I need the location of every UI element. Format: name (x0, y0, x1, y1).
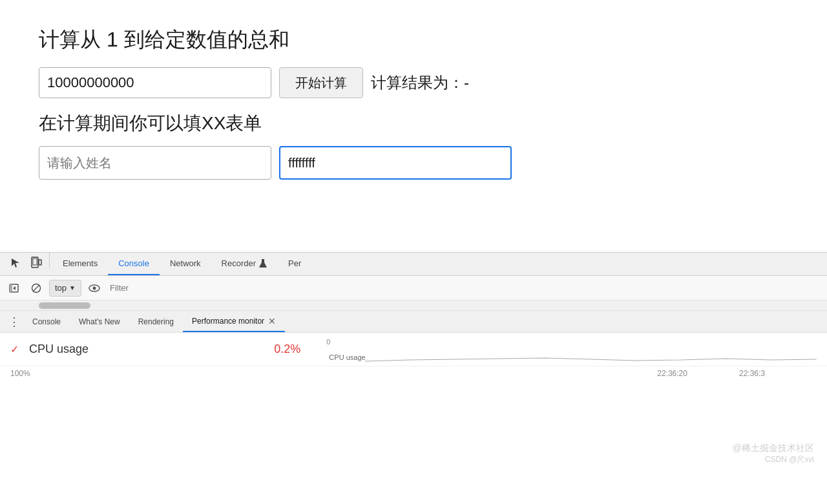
cpu-usage-value: 0.2% (274, 342, 300, 356)
more-tabs-button[interactable]: ⋮ (5, 313, 23, 331)
tab-elements[interactable]: Elements (52, 253, 108, 275)
tab-per[interactable]: Per (278, 253, 311, 275)
console-toolbar: top ▼ (0, 276, 827, 300)
performance-monitor-area: ✓ CPU usage 0.2% 0 CPU usage 100% 22:36:… (0, 333, 827, 504)
svg-rect-2 (39, 260, 41, 265)
back-icon[interactable] (5, 279, 23, 297)
tab-recorder[interactable]: Recorder (211, 253, 278, 275)
scrollbar-thumb[interactable] (39, 302, 90, 309)
watermark: @稀土掘金技术社区 CSDN @尺xvi (733, 443, 814, 465)
toolbar-divider (49, 253, 50, 268)
watermark-line1: @稀土掘金技术社区 (733, 443, 814, 454)
eye-icon[interactable] (85, 279, 103, 297)
watermark-line2: CSDN @尺xvi (733, 454, 814, 465)
bottom-tab-console[interactable]: Console (23, 311, 70, 332)
svg-line-6 (33, 285, 39, 291)
cpu-sublabel: 100% (10, 369, 657, 378)
tab-network[interactable]: Network (160, 253, 211, 275)
cpu-chart-inline: 0 CPU usage (326, 337, 817, 362)
bottom-tab-rendering[interactable]: Rendering (129, 311, 183, 332)
calc-button[interactable]: 开始计算 (279, 67, 363, 98)
cpu-chart-svg (365, 337, 817, 362)
devtools-tabs: Elements Console Network Recorder Per (0, 253, 827, 276)
svg-rect-1 (33, 258, 37, 265)
device-icon[interactable] (26, 253, 47, 273)
bottom-tab-whats-new[interactable]: What's New (70, 311, 129, 332)
filter-input[interactable] (107, 283, 822, 293)
devtools-panel: Elements Console Network Recorder Per (0, 252, 827, 504)
dropdown-arrow: ▼ (69, 284, 76, 291)
top-label: top (55, 283, 67, 293)
bottom-tab-performance-monitor[interactable]: Performance monitor ✕ (183, 311, 285, 332)
name-input[interactable] (39, 146, 271, 180)
top-selector[interactable]: top ▼ (49, 280, 81, 297)
main-content: 计算从 1 到给定数值的总和 开始计算 计算结果为：- 在计算期间你可以填XX表… (0, 0, 827, 199)
form-subtitle: 在计算期间你可以填XX表单 (39, 111, 788, 136)
timestamp-2: 22:36:3 (739, 369, 765, 378)
close-tab-icon[interactable]: ✕ (268, 316, 276, 326)
calc-input-row: 开始计算 计算结果为：- (39, 67, 788, 98)
timestamp-1: 22:36:20 (657, 369, 687, 378)
page-title: 计算从 1 到给定数值的总和 (39, 26, 788, 54)
cpu-usage-row: ✓ CPU usage 0.2% 0 CPU usage (0, 333, 827, 366)
timestamps: 22:36:20 22:36:3 (657, 369, 765, 378)
form-row (39, 146, 788, 180)
cpu-usage-label: CPU usage (29, 342, 274, 356)
no-icon[interactable] (27, 279, 45, 297)
cursor-icon[interactable] (5, 253, 26, 273)
bottom-tabs-bar: ⋮ Console What's New Rendering Performan… (0, 311, 827, 333)
timestamp-row: 100% 22:36:20 22:36:3 (0, 366, 827, 381)
scrollbar-area (0, 300, 827, 311)
text-input-active[interactable] (279, 146, 512, 180)
tab-console[interactable]: Console (108, 253, 160, 275)
svg-rect-4 (10, 284, 12, 292)
chart-main-label: CPU usage (329, 353, 365, 361)
calc-result: 计算结果为：- (371, 72, 469, 93)
cpu-check-icon: ✓ (10, 343, 19, 355)
number-input[interactable] (39, 67, 271, 98)
chart-zero-label: 0 (326, 338, 330, 346)
svg-point-8 (92, 286, 96, 289)
